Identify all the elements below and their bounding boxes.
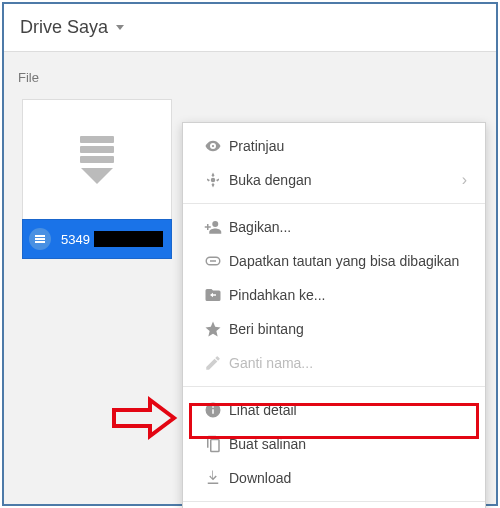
menu-label: Dapatkan tautan yang bisa dibagikan <box>229 253 467 269</box>
open-with-icon <box>197 171 229 189</box>
app-frame: Drive Saya File 5349 <box>2 2 498 506</box>
location-bar[interactable]: Drive Saya <box>4 4 496 52</box>
menu-star[interactable]: Beri bintang <box>183 312 485 346</box>
menu-details[interactable]: Lihat detail <box>183 393 485 427</box>
file-label-bar: 5349 <box>22 219 172 259</box>
menu-label: Pindahkan ke... <box>229 287 467 303</box>
menu-label: Pratinjau <box>229 138 467 154</box>
annotation-arrow-icon <box>112 396 178 440</box>
eye-icon <box>197 137 229 155</box>
download-icon <box>197 469 229 487</box>
download-glyph-icon <box>80 136 114 184</box>
menu-rename: Ganti nama... <box>183 346 485 380</box>
menu-separator <box>183 203 485 204</box>
menu-share[interactable]: Bagikan... <box>183 210 485 244</box>
menu-move-to[interactable]: Pindahkan ke... <box>183 278 485 312</box>
info-icon <box>197 401 229 419</box>
menu-label: Ganti nama... <box>229 355 467 371</box>
file-tile[interactable]: 5349 <box>22 99 172 259</box>
menu-label: Lihat detail <box>229 402 467 418</box>
folder-move-icon <box>197 286 229 304</box>
star-icon <box>197 320 229 338</box>
file-id-text: 5349 <box>61 232 90 247</box>
dropdown-caret-icon <box>116 25 124 30</box>
menu-make-copy[interactable]: Buat salinan <box>183 427 485 461</box>
file-thumbnail <box>22 99 172 219</box>
content-area: File 5349 Pratinj <box>4 52 496 504</box>
context-menu: Pratinjau Buka dengan › Bagikan... <box>182 122 486 508</box>
menu-label: Download <box>229 470 467 486</box>
menu-preview[interactable]: Pratinjau <box>183 129 485 163</box>
menu-separator <box>183 386 485 387</box>
menu-get-link[interactable]: Dapatkan tautan yang bisa dibagikan <box>183 244 485 278</box>
pencil-icon <box>197 354 229 372</box>
chevron-right-icon: › <box>462 171 467 189</box>
menu-open-with[interactable]: Buka dengan › <box>183 163 485 197</box>
person-add-icon <box>197 218 229 236</box>
menu-label: Bagikan... <box>229 219 467 235</box>
section-label: File <box>18 70 486 85</box>
menu-separator <box>183 501 485 502</box>
file-type-icon <box>29 228 51 250</box>
menu-label: Beri bintang <box>229 321 467 337</box>
redacted-filename <box>94 231 163 247</box>
menu-label: Buat salinan <box>229 436 467 452</box>
location-title: Drive Saya <box>20 17 108 38</box>
copy-icon <box>197 435 229 453</box>
link-icon <box>197 252 229 270</box>
menu-label: Buka dengan <box>229 172 462 188</box>
menu-download[interactable]: Download <box>183 461 485 495</box>
